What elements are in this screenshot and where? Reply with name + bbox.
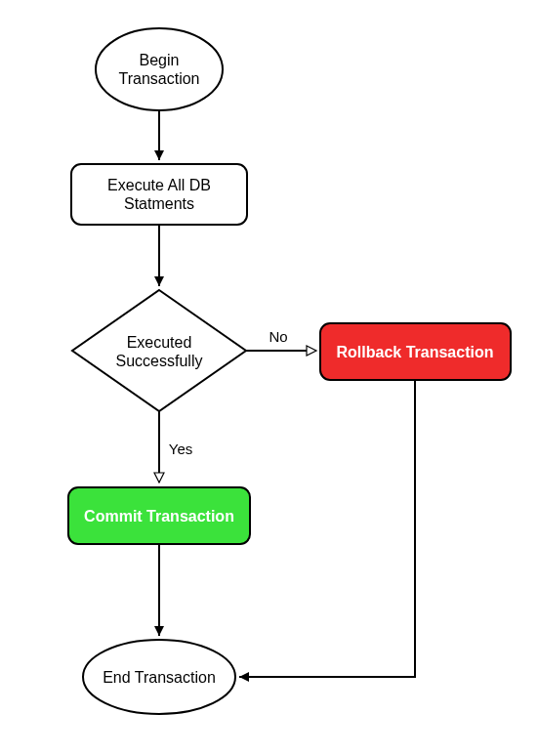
- rollback-label: Rollback Transaction: [337, 344, 494, 360]
- rollback-node: Rollback Transaction: [320, 323, 511, 380]
- begin-label-line1: Begin: [140, 52, 180, 68]
- begin-transaction-node: Begin Transaction: [96, 28, 223, 110]
- edge-label-no: No: [269, 328, 287, 345]
- commit-node: Commit Transaction: [68, 487, 250, 544]
- end-transaction-node: End Transaction: [83, 640, 235, 714]
- edge-label-yes: Yes: [169, 441, 192, 457]
- begin-label-line2: Transaction: [119, 70, 200, 87]
- svg-point-0: [96, 28, 223, 110]
- svg-rect-1: [71, 164, 247, 225]
- decision-node: Executed Successfully: [72, 290, 246, 411]
- flowchart-diagram: Begin Transaction Execute All DB Statmen…: [0, 0, 538, 756]
- end-label: End Transaction: [103, 669, 216, 686]
- execute-db-node: Execute All DB Statments: [71, 164, 247, 225]
- execute-label-line1: Execute All DB: [107, 177, 211, 193]
- execute-label-line2: Statments: [124, 195, 194, 212]
- edge-rollback-end: [239, 380, 415, 677]
- decision-label-line1: Executed: [127, 334, 192, 351]
- commit-label: Commit Transaction: [84, 508, 234, 525]
- decision-label-line2: Successfully: [116, 353, 203, 369]
